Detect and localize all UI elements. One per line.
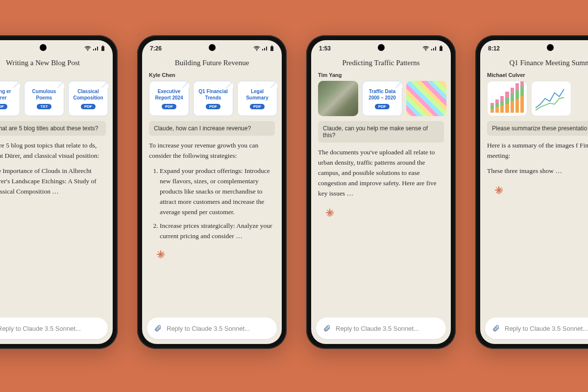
signal-icon: [431, 46, 438, 51]
response-paragraph: These three images show …: [487, 166, 588, 176]
reply-input[interactable]: [505, 325, 588, 332]
claude-spark-icon: [325, 208, 335, 218]
signal-icon: [262, 46, 269, 51]
attachment-file[interactable]: Classical Composition PDF: [68, 81, 108, 116]
attachments-row: ainting er Dürer PDF Cumulous Poems TXT …: [0, 81, 113, 121]
author-name: Lee: [0, 72, 113, 81]
attachment-file[interactable]: Legal Summary PDF: [237, 81, 277, 116]
camera-cutout-icon: [40, 44, 47, 51]
attachment-file[interactable]: ainting er Dürer PDF: [0, 81, 20, 116]
status-bar: 8:12: [480, 40, 588, 57]
phone-screen: 1:53 Predicting Traffic Patterns Tim Yan…: [311, 40, 451, 344]
attachments-row: Executive Report 2024 PDF Q1 Financial T…: [142, 81, 282, 121]
battery-icon: [439, 46, 443, 51]
svg-rect-4: [270, 47, 273, 51]
page-title: Predicting Traffic Patterns: [311, 57, 451, 72]
response-list-item: The Importance of Clouds in Albrecht Dür…: [0, 166, 106, 197]
reply-input[interactable]: [336, 325, 439, 332]
reply-composer[interactable]: [0, 318, 108, 339]
attachment-file-name: Classical Composition: [71, 89, 106, 101]
paperclip-icon[interactable]: [323, 324, 331, 332]
attachment-file-type: PDF: [81, 104, 96, 109]
attachment-chart-line[interactable]: [531, 81, 571, 116]
assistant-response: Here is a summary of the images f Financ…: [480, 141, 588, 314]
attachment-chart-bar[interactable]: [487, 81, 527, 116]
page-title: Q1 Finance Meeting Summ: [480, 57, 588, 72]
battery-icon: [101, 46, 105, 51]
reply-composer[interactable]: [316, 318, 446, 339]
attachment-file[interactable]: Q1 Financial Trends PDF: [193, 81, 233, 116]
attachment-file-type: PDF: [0, 104, 7, 109]
claude-spark-icon: [156, 249, 166, 259]
user-prompt: de, what are 5 blog titles about these t…: [0, 121, 106, 136]
attachment-file-name: Q1 Financial Trends: [196, 89, 231, 101]
reply-composer[interactable]: [147, 318, 277, 339]
attachment-image[interactable]: [406, 81, 446, 116]
page-title: Building Future Revenue: [142, 57, 282, 72]
response-paragraph: Here is a summary of the images f Financ…: [487, 141, 588, 161]
assistant-response: The documents you've uploaded all relate…: [311, 147, 451, 314]
attachment-file[interactable]: Cumulous Poems TXT: [24, 81, 64, 116]
svg-rect-5: [271, 46, 273, 47]
response-paragraph: To increase your revenue growth you can …: [149, 141, 275, 161]
attachment-file-type: PDF: [250, 104, 265, 109]
reply-input[interactable]: [0, 325, 101, 332]
phone-screen: 7:26 Building Future Revenue Kyle Chen E…: [142, 40, 282, 344]
svg-rect-16: [441, 46, 442, 47]
phone-screen: 8:12 Q1 Finance Meeting Summ Michael Cul…: [480, 40, 588, 344]
status-icons: [253, 46, 274, 51]
user-prompt: Claude, can you help me make sense of th…: [318, 121, 444, 143]
status-icons: [422, 46, 443, 51]
svg-point-3: [256, 50, 257, 51]
svg-point-0: [87, 50, 88, 51]
paperclip-icon[interactable]: [154, 324, 162, 332]
claude-spark-icon: [494, 185, 504, 195]
user-prompt: Claude, how can I increase revenue?: [149, 121, 275, 136]
camera-cutout-icon: [378, 44, 385, 51]
wifi-icon: [422, 46, 429, 51]
phone-mockup: Writing a New Blog Post Lee ainting er D…: [0, 35, 118, 349]
attachment-file-name: Cumulous Poems: [26, 89, 62, 101]
status-time: 8:12: [488, 45, 500, 52]
attachment-file-type: PDF: [162, 104, 176, 109]
attachment-file[interactable]: Traffic Data 2000 – 2020 PDF: [362, 81, 402, 116]
response-paragraph: The documents you've uploaded all relate…: [318, 147, 444, 199]
status-icons: [84, 46, 105, 51]
attachment-file-type: PDF: [375, 104, 390, 109]
assistant-response: To increase your revenue growth you can …: [142, 141, 282, 314]
response-paragraph: , here are 5 blog post topics that relat…: [0, 141, 106, 161]
attachments-row: Traffic Data 2000 – 2020 PDF: [311, 81, 451, 121]
attachment-file-type: PDF: [206, 104, 220, 109]
camera-cutout-icon: [547, 44, 554, 51]
attachment-file-name: ainting er Dürer: [0, 89, 18, 101]
assistant-response: , here are 5 blog post topics that relat…: [0, 141, 113, 314]
author-name: Tim Yang: [311, 72, 451, 81]
attachment-file-type: TXT: [37, 104, 51, 109]
attachment-image[interactable]: [318, 81, 358, 116]
attachment-file-name: Traffic Data 2000 – 2020: [365, 89, 400, 101]
attachments-row: [480, 81, 588, 121]
phone-screen: Writing a New Blog Post Lee ainting er D…: [0, 40, 113, 344]
response-list-item: Increase prices strategically: Analyze y…: [160, 221, 275, 242]
status-time: 1:53: [319, 45, 331, 52]
attachment-file-name: Executive Report 2024: [151, 89, 187, 101]
svg-rect-2: [102, 46, 104, 47]
paperclip-icon[interactable]: [492, 324, 500, 332]
reply-input[interactable]: [167, 325, 270, 332]
camera-cutout-icon: [209, 44, 216, 51]
svg-rect-15: [440, 47, 442, 51]
wifi-icon: [84, 46, 91, 51]
battery-icon: [270, 46, 274, 51]
status-bar: [0, 40, 113, 57]
phone-mockup: 8:12 Q1 Finance Meeting Summ Michael Cul…: [475, 35, 588, 349]
wifi-icon: [253, 46, 260, 51]
reply-composer[interactable]: [485, 318, 588, 339]
phone-mockup: 1:53 Predicting Traffic Patterns Tim Yan…: [306, 35, 456, 349]
attachment-file[interactable]: Executive Report 2024 PDF: [149, 81, 189, 116]
author-name: Kyle Chen: [142, 72, 282, 81]
svg-point-14: [425, 50, 426, 51]
phone-mockup: 7:26 Building Future Revenue Kyle Chen E…: [137, 35, 287, 349]
author-name: Michael Culver: [480, 72, 588, 81]
status-time: 7:26: [150, 45, 162, 52]
user-prompt: Please summarize these presentatio: [487, 121, 588, 136]
